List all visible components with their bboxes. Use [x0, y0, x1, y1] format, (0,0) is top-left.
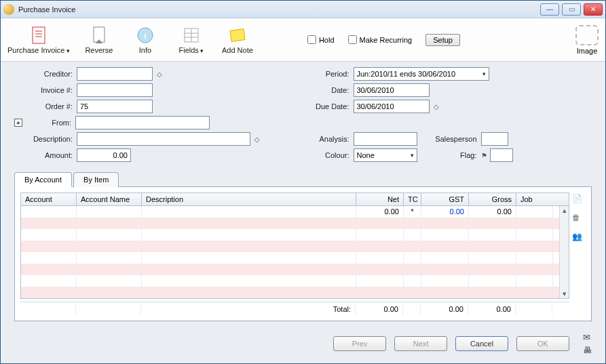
from-input[interactable] [75, 116, 210, 129]
mail-icon[interactable]: ✉ [583, 332, 592, 342]
info-icon: i [136, 26, 155, 45]
period-select[interactable]: Jun:2010/11 ends 30/06/2010▾ [354, 67, 489, 81]
table-row[interactable] [21, 229, 559, 241]
order-no-input[interactable] [77, 100, 153, 113]
reverse-icon [90, 26, 109, 45]
colour-select[interactable]: None▾ [354, 148, 417, 162]
ok-button[interactable]: OK [516, 336, 569, 351]
analysis-label: Analysis: [303, 135, 354, 143]
date-input[interactable] [354, 83, 430, 97]
reverse-button[interactable]: Reverse [82, 26, 116, 54]
description-expand-icon[interactable]: ◇ [254, 136, 260, 143]
svg-rect-0 [33, 27, 45, 43]
form-area: Creditor: ◇ Period: Jun:2010/11 ends 30/… [1, 62, 605, 167]
hold-checkbox[interactable]: Hold [307, 35, 335, 44]
table-row[interactable] [21, 241, 559, 252]
salesperson-input[interactable] [481, 132, 508, 146]
table-row[interactable] [21, 275, 559, 287]
col-job[interactable]: Job [516, 193, 553, 205]
line-items-grid[interactable]: Account Account Name Description Net TC … [20, 193, 569, 315]
setup-button[interactable]: Setup [425, 34, 460, 46]
assign-icon[interactable]: 👥 [572, 232, 583, 243]
purchase-invoice-window: Purchase Invoice — ▭ ✕ Purchase Invoice … [0, 0, 606, 364]
add-note-button[interactable]: Add Note [221, 26, 254, 54]
fields-icon [182, 26, 201, 45]
flag-label: Flag: [417, 151, 481, 159]
description-input[interactable] [77, 132, 250, 146]
col-gross[interactable]: Gross [469, 193, 516, 205]
cancel-button[interactable]: Cancel [455, 336, 508, 351]
grid-scrollbar[interactable]: ▴▾ [559, 206, 569, 298]
toolbar: Purchase Invoice Reverse i Info Fields A… [1, 18, 605, 62]
svg-rect-12 [230, 28, 245, 41]
table-row[interactable] [21, 287, 559, 298]
period-label: Period: [303, 70, 354, 78]
flag-input[interactable] [490, 148, 513, 162]
table-row[interactable] [21, 218, 559, 229]
maximize-button[interactable]: ▭ [562, 3, 581, 16]
info-button[interactable]: i Info [128, 26, 162, 54]
description-label: Description: [14, 135, 77, 143]
grid-header: Account Account Name Description Net TC … [20, 193, 569, 206]
creditor-lookup-icon[interactable]: ◇ [157, 70, 162, 78]
grid-panel: Account Account Name Description Net TC … [14, 186, 592, 321]
amount-label: Amount: [14, 151, 77, 159]
order-no-label: Order #: [14, 102, 77, 110]
tab-by-account[interactable]: By Account [14, 172, 72, 187]
due-date-label: Due Date: [303, 102, 354, 110]
date-label: Date: [303, 86, 354, 94]
image-icon [575, 25, 599, 45]
due-date-lookup-icon[interactable]: ◇ [434, 103, 439, 110]
minimize-button[interactable]: — [540, 3, 559, 16]
col-account-name[interactable]: Account Name [77, 193, 142, 205]
delete-row-icon[interactable]: 🗑 [572, 213, 583, 224]
analysis-input[interactable] [354, 132, 417, 146]
table-row[interactable]: 0.00 * 0.00 0.00 [21, 206, 559, 218]
expand-from-button[interactable]: + [14, 119, 22, 127]
table-row[interactable] [21, 252, 559, 264]
creditor-label: Creditor: [14, 70, 77, 78]
app-icon [3, 4, 14, 15]
invoice-icon [29, 26, 48, 45]
creditor-input[interactable] [77, 67, 153, 81]
table-row[interactable] [21, 264, 559, 275]
note-icon [228, 26, 247, 45]
col-net[interactable]: Net [356, 193, 404, 205]
invoice-no-input[interactable] [77, 83, 153, 97]
tab-by-item[interactable]: By Item [73, 172, 119, 187]
col-tc[interactable]: TC [404, 193, 421, 205]
svg-text:i: i [144, 32, 146, 40]
print-icon[interactable]: 🖶 [583, 345, 592, 355]
from-label: From: [26, 119, 75, 127]
flag-icon: ⚑ [481, 152, 487, 159]
window-title: Purchase Invoice [18, 5, 540, 14]
footer: Prev Next Cancel OK ✉ 🖶 [1, 327, 605, 363]
invoice-no-label: Invoice #: [14, 86, 77, 94]
purchase-invoice-button[interactable]: Purchase Invoice [7, 26, 70, 54]
colour-label: Colour: [303, 151, 354, 159]
add-row-icon[interactable]: 📄 [572, 194, 583, 205]
due-date-input[interactable] [354, 100, 430, 113]
make-recurring-checkbox[interactable]: Make Recurring [348, 35, 413, 44]
fields-button[interactable]: Fields [174, 26, 208, 54]
salesperson-label: Salesperson [417, 135, 481, 143]
col-account[interactable]: Account [21, 193, 77, 205]
next-button[interactable]: Next [394, 336, 447, 351]
titlebar: Purchase Invoice — ▭ ✕ [1, 1, 605, 18]
totals-row: Total: 0.00 0.00 0.00 [20, 302, 569, 315]
close-button[interactable]: ✕ [584, 3, 603, 16]
tabs: By Account By Item [14, 171, 605, 186]
col-description[interactable]: Description [142, 193, 356, 205]
amount-input[interactable] [77, 148, 131, 162]
col-gst[interactable]: GST [421, 193, 469, 205]
image-placeholder[interactable]: Image [575, 25, 599, 55]
prev-button[interactable]: Prev [333, 336, 386, 351]
